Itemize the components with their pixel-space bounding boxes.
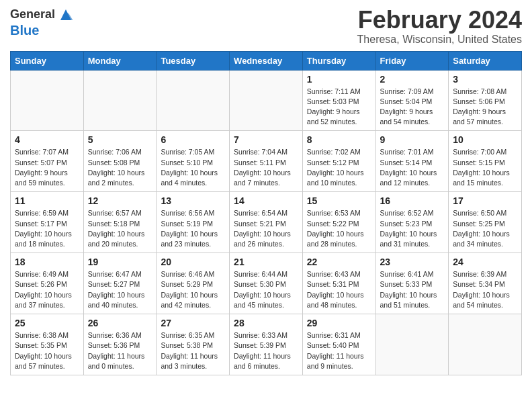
day-number: 19 [88,257,152,267]
day-number: 13 [161,195,225,206]
calendar-cell: 14Sunrise: 6:54 AM Sunset: 5:21 PM Dayli… [230,192,303,253]
calendar-cell: 12Sunrise: 6:57 AM Sunset: 5:18 PM Dayli… [83,192,157,253]
weekday-header-thursday: Thursday [302,51,375,70]
day-info: Sunrise: 6:57 AM Sunset: 5:18 PM Dayligh… [88,208,152,249]
calendar-table: SundayMondayTuesdayWednesdayThursdayFrid… [10,51,522,375]
day-number: 21 [234,257,298,267]
day-number: 5 [88,134,152,145]
calendar-cell: 28Sunrise: 6:33 AM Sunset: 5:39 PM Dayli… [230,314,303,375]
day-info: Sunrise: 6:36 AM Sunset: 5:36 PM Dayligh… [88,330,152,371]
calendar-cell: 27Sunrise: 6:35 AM Sunset: 5:38 PM Dayli… [157,314,230,375]
day-number: 29 [307,318,371,328]
calendar-cell: 17Sunrise: 6:50 AM Sunset: 5:25 PM Dayli… [449,192,522,253]
calendar-cell: 29Sunrise: 6:31 AM Sunset: 5:40 PM Dayli… [302,314,375,375]
calendar-cell: 25Sunrise: 6:38 AM Sunset: 5:35 PM Dayli… [11,314,84,375]
calendar-cell: 10Sunrise: 7:00 AM Sunset: 5:15 PM Dayli… [449,131,522,192]
calendar-cell [157,70,230,131]
calendar-cell: 7Sunrise: 7:04 AM Sunset: 5:11 PM Daylig… [230,131,303,192]
calendar-cell: 8Sunrise: 7:02 AM Sunset: 5:12 PM Daylig… [302,131,375,192]
day-number: 7 [234,134,298,145]
calendar-cell: 4Sunrise: 7:07 AM Sunset: 5:07 PM Daylig… [11,131,84,192]
day-info: Sunrise: 7:01 AM Sunset: 5:14 PM Dayligh… [380,147,445,188]
day-number: 15 [307,195,371,206]
weekday-header-saturday: Saturday [449,51,522,70]
day-number: 25 [15,318,79,328]
day-number: 3 [453,74,517,85]
calendar-cell: 2Sunrise: 7:09 AM Sunset: 5:04 PM Daylig… [375,70,449,131]
day-info: Sunrise: 6:41 AM Sunset: 5:33 PM Dayligh… [380,269,445,310]
day-number: 2 [380,74,445,85]
day-info: Sunrise: 7:08 AM Sunset: 5:06 PM Dayligh… [453,87,517,128]
day-number: 18 [15,257,79,267]
calendar-cell: 15Sunrise: 6:53 AM Sunset: 5:22 PM Dayli… [302,192,375,253]
day-info: Sunrise: 6:33 AM Sunset: 5:39 PM Dayligh… [234,330,298,371]
day-info: Sunrise: 6:47 AM Sunset: 5:27 PM Dayligh… [88,269,152,310]
day-number: 27 [161,318,225,328]
calendar-week-row: 1Sunrise: 7:11 AM Sunset: 5:03 PM Daylig… [11,70,522,131]
day-number: 24 [453,257,517,267]
page-header: General Blue February 2024 Theresa, Wisc… [10,7,522,46]
calendar-cell: 9Sunrise: 7:01 AM Sunset: 5:14 PM Daylig… [375,131,449,192]
logo-blue-text: Blue [10,23,39,38]
calendar-cell: 19Sunrise: 6:47 AM Sunset: 5:27 PM Dayli… [83,253,157,314]
title-area: February 2024 Theresa, Wisconsin, United… [357,7,522,46]
calendar-cell: 18Sunrise: 6:49 AM Sunset: 5:26 PM Dayli… [11,253,84,314]
day-info: Sunrise: 7:00 AM Sunset: 5:15 PM Dayligh… [453,147,517,188]
calendar-cell: 13Sunrise: 6:56 AM Sunset: 5:19 PM Dayli… [157,192,230,253]
day-info: Sunrise: 6:44 AM Sunset: 5:30 PM Dayligh… [234,269,298,310]
day-info: Sunrise: 6:54 AM Sunset: 5:21 PM Dayligh… [234,208,298,249]
day-number: 26 [88,318,152,328]
day-info: Sunrise: 6:35 AM Sunset: 5:38 PM Dayligh… [161,330,225,371]
day-number: 23 [380,257,445,267]
calendar-cell: 6Sunrise: 7:05 AM Sunset: 5:10 PM Daylig… [157,131,230,192]
month-title: February 2024 [357,7,522,34]
calendar-week-row: 18Sunrise: 6:49 AM Sunset: 5:26 PM Dayli… [11,253,522,314]
day-number: 22 [307,257,371,267]
calendar-header-row: SundayMondayTuesdayWednesdayThursdayFrid… [11,51,522,70]
calendar-cell [11,70,84,131]
day-info: Sunrise: 6:31 AM Sunset: 5:40 PM Dayligh… [307,330,371,371]
day-number: 11 [15,195,79,206]
day-info: Sunrise: 7:11 AM Sunset: 5:03 PM Dayligh… [307,87,371,128]
calendar-cell: 3Sunrise: 7:08 AM Sunset: 5:06 PM Daylig… [449,70,522,131]
day-info: Sunrise: 7:05 AM Sunset: 5:10 PM Dayligh… [161,147,225,188]
day-number: 28 [234,318,298,328]
calendar-week-row: 25Sunrise: 6:38 AM Sunset: 5:35 PM Dayli… [11,314,522,375]
day-info: Sunrise: 6:59 AM Sunset: 5:17 PM Dayligh… [15,208,79,249]
day-info: Sunrise: 6:52 AM Sunset: 5:23 PM Dayligh… [380,208,445,249]
logo-icon [58,7,74,23]
day-info: Sunrise: 7:07 AM Sunset: 5:07 PM Dayligh… [15,147,79,188]
day-number: 14 [234,195,298,206]
logo-text: General [10,8,55,21]
day-info: Sunrise: 7:09 AM Sunset: 5:04 PM Dayligh… [380,87,445,128]
calendar-cell: 23Sunrise: 6:41 AM Sunset: 5:33 PM Dayli… [375,253,449,314]
day-number: 6 [161,134,225,145]
calendar-week-row: 4Sunrise: 7:07 AM Sunset: 5:07 PM Daylig… [11,131,522,192]
day-number: 10 [453,134,517,145]
day-number: 12 [88,195,152,206]
day-info: Sunrise: 6:49 AM Sunset: 5:26 PM Dayligh… [15,269,79,310]
location-title: Theresa, Wisconsin, United States [357,34,522,46]
day-info: Sunrise: 7:04 AM Sunset: 5:11 PM Dayligh… [234,147,298,188]
calendar-cell [83,70,157,131]
calendar-cell: 22Sunrise: 6:43 AM Sunset: 5:31 PM Dayli… [302,253,375,314]
day-info: Sunrise: 7:02 AM Sunset: 5:12 PM Dayligh… [307,147,371,188]
day-info: Sunrise: 6:38 AM Sunset: 5:35 PM Dayligh… [15,330,79,371]
calendar-week-row: 11Sunrise: 6:59 AM Sunset: 5:17 PM Dayli… [11,192,522,253]
day-info: Sunrise: 6:50 AM Sunset: 5:25 PM Dayligh… [453,208,517,249]
day-info: Sunrise: 6:53 AM Sunset: 5:22 PM Dayligh… [307,208,371,249]
weekday-header-wednesday: Wednesday [230,51,303,70]
day-number: 1 [307,74,371,85]
day-number: 17 [453,195,517,206]
weekday-header-tuesday: Tuesday [157,51,230,70]
calendar-cell: 5Sunrise: 7:06 AM Sunset: 5:08 PM Daylig… [83,131,157,192]
calendar-cell: 11Sunrise: 6:59 AM Sunset: 5:17 PM Dayli… [11,192,84,253]
day-info: Sunrise: 7:06 AM Sunset: 5:08 PM Dayligh… [88,147,152,188]
calendar-cell: 20Sunrise: 6:46 AM Sunset: 5:29 PM Dayli… [157,253,230,314]
day-number: 9 [380,134,445,145]
calendar-cell: 1Sunrise: 7:11 AM Sunset: 5:03 PM Daylig… [302,70,375,131]
weekday-header-friday: Friday [375,51,449,70]
day-info: Sunrise: 6:56 AM Sunset: 5:19 PM Dayligh… [161,208,225,249]
calendar-cell [375,314,449,375]
day-number: 16 [380,195,445,206]
